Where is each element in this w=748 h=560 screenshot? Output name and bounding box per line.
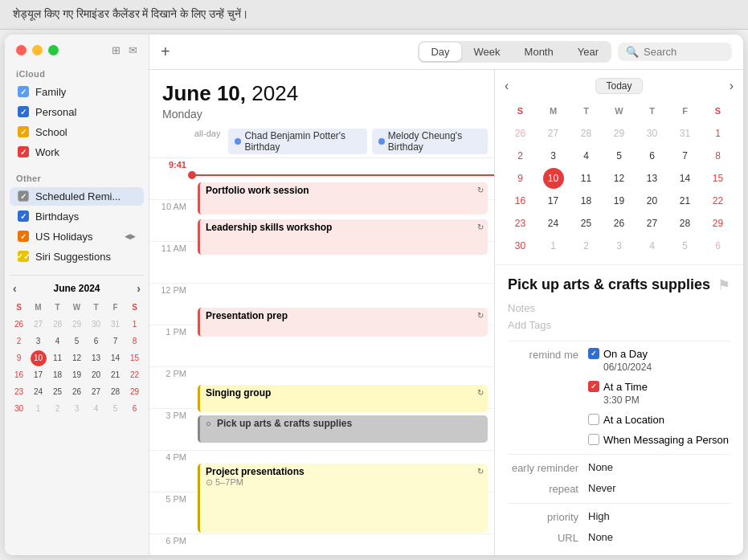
mini-cal-day-17[interactable]: 17 [31, 367, 47, 383]
at-a-time-checkbox[interactable] [588, 381, 599, 392]
month-cal-prev[interactable]: ‹ [505, 79, 509, 93]
us-holidays-checkbox[interactable] [18, 231, 29, 242]
mini-cal-day-12[interactable]: 12 [69, 350, 85, 366]
sidebar-item-school[interactable]: School [10, 123, 144, 141]
mini-cal-day-26b[interactable]: 26 [69, 384, 85, 400]
mcal-1a[interactable]: 1 [708, 123, 729, 144]
mini-cal-day-23[interactable]: 23 [11, 384, 27, 400]
mcal-26a[interactable]: 26 [510, 123, 531, 144]
mini-cal-day-13[interactable]: 13 [88, 350, 104, 366]
sidebar-item-siri[interactable]: ✓ Siri Suggestions [10, 247, 144, 266]
url-value[interactable]: None [588, 531, 613, 543]
mini-cal-day-29a[interactable]: 29 [69, 317, 85, 333]
mcal-16[interactable]: 16 [510, 190, 531, 211]
mcal-29[interactable]: 29 [708, 213, 729, 234]
mcal-28a[interactable]: 28 [576, 123, 597, 144]
mcal-5b[interactable]: 5 [675, 235, 696, 256]
family-checkbox[interactable] [18, 86, 29, 97]
mini-cal-next[interactable]: › [137, 282, 141, 295]
mcal-14[interactable]: 14 [675, 168, 696, 189]
when-messaging-checkbox[interactable] [588, 434, 599, 445]
mcal-4[interactable]: 4 [576, 145, 597, 166]
mcal-20[interactable]: 20 [642, 190, 663, 211]
mini-cal-day-2b[interactable]: 2 [50, 401, 66, 417]
mini-cal-day-26a[interactable]: 26 [11, 317, 27, 333]
event-pickup[interactable]: ○ Pick up arts & crafts supplies [198, 415, 488, 443]
sidebar-item-scheduled[interactable]: Scheduled Remi... [10, 187, 144, 206]
personal-checkbox[interactable] [18, 106, 29, 117]
mcal-27b[interactable]: 27 [642, 213, 663, 234]
mcal-5[interactable]: 5 [609, 145, 630, 166]
mini-cal-day-6[interactable]: 6 [88, 333, 104, 349]
tab-month[interactable]: Month [513, 43, 565, 61]
early-reminder-value[interactable]: None [588, 461, 613, 473]
add-event-button[interactable]: + [161, 43, 170, 61]
month-cal-next[interactable]: › [730, 79, 734, 93]
mcal-1b[interactable]: 1 [543, 235, 564, 256]
sidebar-item-birthdays[interactable]: Birthdays [10, 207, 144, 226]
mini-cal-day-5b[interactable]: 5 [108, 401, 124, 417]
mini-cal-prev[interactable]: ‹ [13, 282, 17, 295]
mini-cal-day-15[interactable]: 15 [127, 350, 143, 366]
mini-cal-day-29[interactable]: 29 [127, 384, 143, 400]
at-location-checkbox[interactable] [588, 414, 599, 425]
sidebar-item-family[interactable]: Family [10, 83, 144, 101]
mini-cal-day-1a[interactable]: 1 [127, 317, 143, 333]
event-portfolio[interactable]: Portfolio work session ↻ [198, 182, 488, 215]
flag-icon[interactable]: ⚑ [717, 276, 730, 294]
mini-cal-day-3[interactable]: 3 [31, 333, 47, 349]
mcal-8[interactable]: 8 [708, 145, 729, 166]
event-singing[interactable]: Singing group ↻ [198, 385, 488, 412]
remind-me-on-day[interactable]: On a Day [588, 348, 652, 360]
mcal-3[interactable]: 3 [543, 145, 564, 166]
mini-cal-day-11[interactable]: 11 [50, 350, 66, 366]
reminder-tags[interactable]: Add Tags [508, 319, 730, 331]
remind-me-checkbox[interactable] [588, 348, 599, 359]
mini-cal-day-1b[interactable]: 1 [31, 401, 47, 417]
tab-year[interactable]: Year [566, 43, 610, 61]
scheduled-checkbox[interactable] [18, 190, 29, 202]
search-box[interactable]: 🔍 [618, 43, 732, 61]
mini-cal-day-14[interactable]: 14 [108, 350, 124, 366]
mcal-29a[interactable]: 29 [609, 123, 630, 144]
at-a-time-check-row[interactable]: At a Time [588, 381, 648, 393]
mini-cal-day-3b[interactable]: 3 [69, 401, 85, 417]
mcal-15[interactable]: 15 [708, 168, 729, 189]
mcal-7[interactable]: 7 [675, 145, 696, 166]
mini-cal-day-7[interactable]: 7 [108, 333, 124, 349]
mini-cal-day-28a[interactable]: 28 [50, 317, 66, 333]
mini-cal-day-19[interactable]: 19 [69, 367, 85, 383]
search-input[interactable] [644, 46, 724, 58]
grid-icon[interactable]: ⊞ [112, 44, 121, 56]
mini-cal-day-6b[interactable]: 6 [127, 401, 143, 417]
mcal-13[interactable]: 13 [642, 168, 663, 189]
mini-cal-day-16[interactable]: 16 [11, 367, 27, 383]
mini-cal-day-10[interactable]: 10 [31, 350, 47, 366]
mcal-6[interactable]: 6 [642, 145, 663, 166]
mini-cal-day-8[interactable]: 8 [127, 333, 143, 349]
mini-cal-day-30a[interactable]: 30 [88, 317, 104, 333]
mcal-30[interactable]: 30 [510, 235, 531, 256]
mcal-19[interactable]: 19 [609, 190, 630, 211]
priority-value[interactable]: High [588, 510, 610, 522]
all-day-event-melody[interactable]: Melody Cheung's Birthday [372, 129, 488, 154]
mini-cal-day-25[interactable]: 25 [50, 384, 66, 400]
sidebar-item-work[interactable]: Work [10, 143, 144, 161]
mini-cal-day-31a[interactable]: 31 [108, 317, 124, 333]
mcal-23[interactable]: 23 [510, 213, 531, 234]
reminder-notes[interactable]: Notes [508, 302, 730, 314]
at-location-check-row[interactable]: At a Location [588, 414, 664, 426]
mini-cal-day-2[interactable]: 2 [11, 333, 27, 349]
mcal-30a[interactable]: 30 [642, 123, 663, 144]
when-messaging-check-row[interactable]: When Messaging a Person [588, 434, 729, 446]
mini-cal-day-24[interactable]: 24 [31, 384, 47, 400]
inbox-icon[interactable]: ✉ [129, 44, 137, 56]
work-checkbox[interactable] [18, 146, 29, 157]
event-leadership[interactable]: Leadership skills workshop ↻ [198, 219, 488, 255]
mcal-9[interactable]: 9 [510, 168, 531, 189]
mcal-10[interactable]: 10 [543, 168, 564, 189]
today-button[interactable]: Today [595, 78, 642, 94]
mcal-22[interactable]: 22 [708, 190, 729, 211]
mcal-25[interactable]: 25 [576, 213, 597, 234]
close-button[interactable] [16, 45, 27, 55]
